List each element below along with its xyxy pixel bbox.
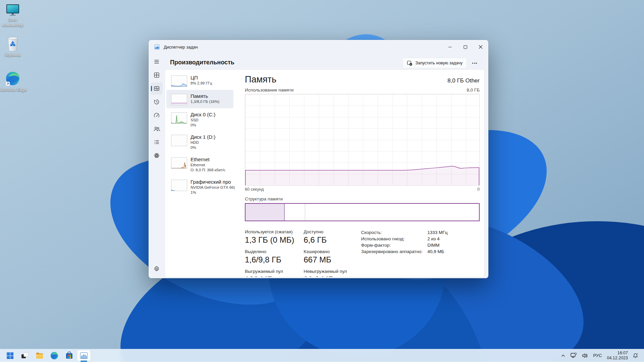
taskbar: РУС 16:07 04.12.2023 z — [0, 349, 644, 362]
memory-hw-stats: Скорость: 1333 МГц Использовано гнезд: 2… — [361, 229, 447, 277]
item-sub: 0% — [191, 145, 215, 150]
menu-hamburger-button[interactable] — [151, 56, 163, 68]
stat-value: 90,8 МБ — [304, 275, 347, 277]
item-sub: 8% 2,99 ГГц — [191, 81, 212, 86]
services-icon — [153, 152, 160, 159]
tray-language[interactable]: РУС — [592, 350, 603, 361]
hw-stat-value: 1333 МГц — [427, 230, 447, 235]
sidebar-item-cpu[interactable]: ЦП 8% 2,99 ГГц — [166, 71, 233, 90]
file-explorer-button[interactable] — [33, 350, 46, 361]
edge-button[interactable] — [48, 350, 61, 361]
maximize-icon — [464, 45, 467, 49]
desktop-icon-edge[interactable]: Microsoft Edge — [0, 71, 27, 93]
stat-value: 667 МБ — [304, 255, 347, 264]
tray-notifications[interactable]: z — [632, 350, 640, 361]
users-icon — [153, 125, 160, 132]
item-sub: 1% — [191, 190, 235, 195]
nav-rail — [149, 54, 165, 278]
detail-title: Память — [245, 74, 276, 85]
tray-show-hidden-icons[interactable] — [559, 350, 567, 361]
settings-button[interactable] — [151, 263, 163, 275]
usage-chart-max: 8,0 ГБ — [467, 87, 480, 93]
close-button[interactable] — [473, 40, 488, 54]
nav-services[interactable] — [151, 149, 163, 162]
task-view-icon — [21, 352, 29, 359]
file-explorer-icon — [36, 352, 44, 359]
edge-icon — [5, 71, 20, 86]
performance-card: ЦП 8% 2,99 ГГц Память 1,3/8,0 ГБ (16%) — [165, 69, 485, 277]
desktop-icon-label: Microsoft Edge — [0, 87, 27, 93]
task-manager-app-icon — [154, 44, 160, 50]
start-button[interactable] — [3, 350, 17, 361]
item-name: Диск 1 (D:) — [191, 134, 215, 140]
item-sub: О: 8,0 П: 368 кбит/с — [191, 168, 225, 173]
task-view-button[interactable] — [18, 350, 32, 361]
window-title: Диспетчер задач — [164, 45, 198, 50]
edge-taskbar-icon — [50, 352, 58, 360]
tray-network[interactable] — [569, 350, 578, 361]
memory-usage-area — [245, 94, 479, 185]
nav-processes[interactable] — [151, 69, 163, 81]
nav-performance[interactable] — [151, 82, 163, 95]
selected-indicator — [151, 86, 152, 91]
minimize-button[interactable] — [442, 40, 458, 54]
nav-app-history[interactable] — [151, 96, 163, 108]
close-icon — [479, 45, 483, 49]
sidebar-item-disk1[interactable]: Диск 1 (D:) HDD 0% — [166, 131, 233, 153]
nav-startup-apps[interactable] — [151, 109, 163, 121]
hw-stat-label: Скорость: — [361, 230, 423, 235]
cpu-mini-chart — [171, 75, 187, 87]
tray-time: 16:07 — [607, 351, 628, 356]
item-name: Память — [191, 93, 219, 99]
run-new-task-label: Запустить новую задачу — [415, 61, 463, 65]
item-name: ЦП — [191, 74, 212, 81]
item-name: Диск 0 (C:) — [191, 111, 215, 118]
disk0-mini-chart — [171, 112, 187, 124]
hw-stat-label: Форм-фактор: — [361, 243, 423, 248]
desktop-icon-recycle-bin[interactable]: Корзина — [0, 36, 27, 58]
item-sub: 0% — [191, 123, 215, 128]
run-new-task-button[interactable]: Запустить новую задачу — [402, 58, 467, 68]
tray-volume[interactable] — [581, 350, 589, 361]
notification-bell-icon: z — [633, 353, 639, 358]
tray-clock[interactable]: 16:07 04.12.2023 — [605, 350, 629, 361]
microsoft-store-button[interactable] — [62, 350, 76, 361]
stat-label: Доступно — [304, 229, 347, 234]
hw-stat-value: 40,9 МБ — [427, 249, 447, 254]
sidebar-item-disk0[interactable]: Диск 0 (C:) SSD 0% — [166, 108, 233, 131]
stat-label: Выделено — [245, 249, 294, 254]
memory-big-stats: Используется (сжатая) 1,3 ГБ (0 МБ) Дост… — [245, 229, 347, 277]
usage-chart-label: Использование памяти — [245, 87, 293, 93]
sidebar-item-memory[interactable]: Память 1,3/8,0 ГБ (16%) — [166, 90, 233, 108]
disk1-mini-chart — [171, 135, 187, 146]
desktop-icon-this-pc[interactable]: Этот компьютер — [0, 4, 27, 28]
task-manager-taskbar-button[interactable] — [77, 350, 91, 361]
window-titlebar[interactable]: Диспетчер задач — [149, 40, 488, 54]
item-name: Ethernet — [191, 156, 225, 163]
desktop-icon-label: Этот компьютер — [0, 18, 27, 28]
memory-composition-bar — [245, 203, 480, 221]
nav-details[interactable] — [151, 136, 163, 148]
nav-users[interactable] — [151, 123, 163, 135]
performance-icon — [153, 85, 160, 92]
maximize-button[interactable] — [458, 40, 473, 54]
item-sub: SSD — [191, 118, 215, 123]
chart-time-span: 60 секунд — [245, 187, 264, 192]
page-title: Производительность — [170, 59, 234, 66]
sidebar-item-gpu[interactable]: Графический про NVIDIA GeForce GTX 66( 1… — [166, 176, 233, 198]
chevron-up-icon — [561, 353, 566, 358]
task-manager-taskbar-icon — [80, 352, 88, 360]
memory-detail-panel: Память 8,0 ГБ Other Использование памяти… — [235, 70, 484, 277]
startup-apps-icon — [153, 112, 160, 119]
hw-stat-label: Использовано гнезд: — [361, 236, 423, 241]
item-sub: HDD — [191, 140, 215, 145]
more-options-button[interactable] — [469, 58, 480, 68]
sidebar-item-ethernet[interactable]: Ethernet Ethernet О: 8,0 П: 368 кбит/с — [166, 153, 233, 176]
stat-value: 1,3 ГБ (0 МБ) — [245, 235, 294, 245]
ethernet-mini-chart — [171, 157, 187, 169]
hw-stat-value: DIMM — [427, 243, 447, 248]
stat-label: Выгружаемый пул — [245, 269, 294, 274]
speaker-icon — [582, 353, 588, 358]
stat-label: Невыгружаемый пул — [304, 269, 347, 274]
performance-sidebar: ЦП 8% 2,99 ГГц Память 1,3/8,0 ГБ (16%) — [165, 70, 235, 277]
